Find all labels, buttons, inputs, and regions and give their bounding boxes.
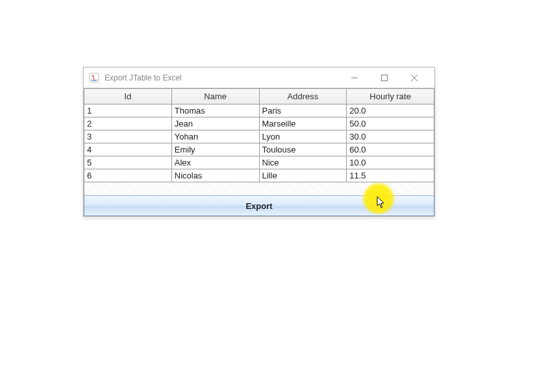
table-row[interactable]: 3YohanLyon30.0 — [84, 130, 434, 143]
cell-id[interactable]: 1 — [84, 104, 172, 117]
maximize-button[interactable] — [369, 68, 399, 88]
svg-rect-2 — [382, 75, 388, 80]
minimize-button[interactable] — [340, 68, 369, 88]
col-address[interactable]: Address — [259, 89, 347, 104]
cell-address[interactable]: Lille — [259, 169, 347, 182]
cell-address[interactable]: Toulouse — [259, 143, 347, 156]
cell-address[interactable]: Marseille — [259, 117, 347, 130]
cell-id[interactable]: 2 — [84, 117, 172, 130]
table-row[interactable]: 1ThomasParis20.0 — [84, 104, 434, 117]
col-id[interactable]: Id — [84, 89, 172, 104]
cell-address[interactable]: Nice — [259, 156, 347, 169]
col-rate[interactable]: Hourly rate — [347, 89, 434, 104]
cell-name[interactable]: Nicolas — [171, 169, 259, 182]
col-name[interactable]: Name — [171, 89, 259, 104]
cell-name[interactable]: Emily — [171, 143, 259, 156]
cell-address[interactable]: Paris — [259, 104, 347, 117]
cell-address[interactable]: Lyon — [259, 130, 347, 143]
cell-rate[interactable]: 11.5 — [347, 169, 434, 182]
cell-id[interactable]: 5 — [84, 156, 172, 169]
cell-rate[interactable]: 50.0 — [347, 117, 434, 130]
cell-rate[interactable]: 30.0 — [347, 130, 434, 143]
window-title: Export JTable to Excel — [105, 73, 340, 82]
export-button[interactable]: Export — [84, 195, 434, 216]
table-row[interactable]: 4EmilyToulouse60.0 — [84, 143, 434, 156]
titlebar[interactable]: Export JTable to Excel — [84, 67, 434, 88]
cell-id[interactable]: 6 — [84, 169, 172, 182]
cell-id[interactable]: 4 — [84, 143, 172, 156]
content-area: Id Name Address Hourly rate 1ThomasParis… — [84, 88, 434, 216]
cell-rate[interactable]: 60.0 — [347, 143, 434, 156]
table-row[interactable]: 5AlexNice10.0 — [84, 156, 434, 169]
table-row[interactable]: 2JeanMarseille50.0 — [84, 117, 434, 130]
data-table[interactable]: Id Name Address Hourly rate 1ThomasParis… — [84, 88, 434, 182]
cell-id[interactable]: 3 — [84, 130, 172, 143]
table-row[interactable]: 6NicolasLille11.5 — [84, 169, 434, 182]
cell-rate[interactable]: 20.0 — [347, 104, 434, 117]
table-header-row: Id Name Address Hourly rate — [84, 89, 434, 104]
button-bar: Export — [84, 195, 434, 216]
cell-name[interactable]: Yohan — [171, 130, 259, 143]
table-filler — [84, 182, 434, 195]
cell-name[interactable]: Alex — [171, 156, 259, 169]
java-icon — [89, 73, 99, 83]
cell-name[interactable]: Jean — [171, 117, 259, 130]
cell-name[interactable]: Thomas — [171, 104, 259, 117]
cell-rate[interactable]: 10.0 — [347, 156, 434, 169]
window-controls — [340, 68, 429, 88]
close-button[interactable] — [399, 68, 429, 88]
app-window: Export JTable to Excel Id Name Address H… — [83, 67, 435, 217]
